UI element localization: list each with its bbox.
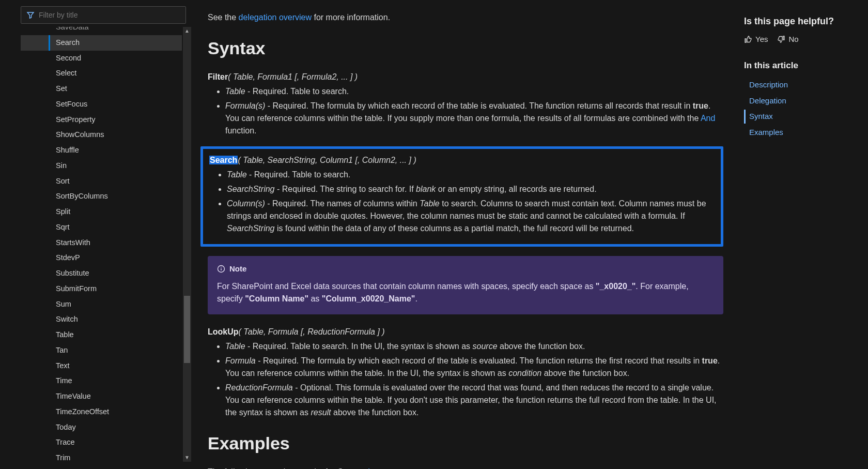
delegation-overview-link[interactable]: delegation overview — [239, 13, 312, 22]
lookup-signature: LookUp( Table, Formula [, ReductionFormu… — [208, 326, 723, 338]
nav-wrap: SaveDataSearchSecondSelectSetSetFocusSet… — [21, 27, 191, 462]
helpful-no[interactable]: No — [777, 34, 798, 46]
toc-item-delegation[interactable]: Delegation — [744, 93, 858, 109]
lookup-param-reduction: ReductionFormula - Optional. This formul… — [225, 382, 723, 419]
filter-box[interactable] — [21, 6, 186, 24]
search-highlight-box: Search( Table, SearchString, Column1 [, … — [200, 146, 723, 247]
param-desc: above the function box. — [498, 342, 585, 351]
sidebar-item-today[interactable]: Today — [21, 420, 182, 435]
sidebar-item-timevalue[interactable]: TimeValue — [21, 389, 182, 404]
note-code: "Column_x0020_Name" — [322, 294, 415, 303]
helpful-question: Is this page helpful? — [744, 14, 858, 28]
param-desc: - Required. The formula by which each re… — [265, 101, 692, 110]
sidebar-item-submitform[interactable]: SubmitForm — [21, 281, 182, 297]
right-sidebar: Is this page helpful? Yes No In this art… — [739, 0, 868, 469]
sidebar-item-timezoneoffset[interactable]: TimeZoneOffset — [21, 404, 182, 420]
sidebar-item-sqrt[interactable]: Sqrt — [21, 220, 182, 235]
param-desc: - Optional. This formula is evaluated ov… — [225, 383, 717, 417]
table-word: Table — [420, 199, 440, 208]
toc-item-syntax[interactable]: Syntax — [744, 109, 858, 125]
sidebar-item-sortbycolumns[interactable]: SortByColumns — [21, 189, 182, 204]
param-desc: - Required. The names of columns within — [265, 199, 420, 208]
lookup-param-table: Table - Required. Table to search. In th… — [225, 340, 723, 353]
scroll-down-icon[interactable]: ▼ — [183, 453, 191, 462]
sidebar-item-select[interactable]: Select — [21, 66, 182, 81]
param-desc: above the function box. — [541, 369, 629, 377]
note-body: For SharePoint and Excel data sources th… — [217, 280, 714, 305]
toc-item-description[interactable]: Description — [744, 77, 858, 93]
param-desc: or an empty string, all records are retu… — [436, 185, 596, 193]
filter-params: Table - Required. Table to search. Formu… — [208, 85, 723, 137]
filter-input[interactable] — [35, 10, 180, 20]
note-code: "Column Name" — [245, 294, 308, 303]
sidebar-item-switch[interactable]: Switch — [21, 312, 182, 327]
bold-true: true — [702, 356, 718, 365]
note-text: . — [415, 294, 417, 303]
nav-scroll: SaveDataSearchSecondSelectSetSetFocusSet… — [21, 27, 182, 462]
param-name: Table — [227, 170, 247, 179]
note-box: Note For SharePoint and Excel data sourc… — [208, 256, 723, 314]
toc-heading: In this article — [744, 59, 858, 72]
icecream-bold: IceCream — [326, 467, 363, 470]
sidebar-scrollbar[interactable]: ▲ ▼ — [183, 27, 191, 462]
param-desc: - Required. The formula by which each re… — [256, 356, 702, 365]
param-desc: - Required. Table to search. In the UI, … — [245, 342, 473, 351]
blank-word: blank — [416, 185, 436, 193]
param-desc: above the function box. — [331, 408, 419, 417]
search-params: Table - Required. Table to search. Searc… — [209, 169, 715, 235]
scroll-up-icon[interactable]: ▲ — [183, 27, 191, 35]
filter-fn-name: Filter — [208, 72, 228, 81]
no-label: No — [788, 34, 798, 46]
sidebar-item-second[interactable]: Second — [21, 51, 182, 66]
data-source-link[interactable]: data source — [363, 467, 409, 470]
param-name: SearchString — [227, 185, 275, 193]
sidebar-item-setfocus[interactable]: SetFocus — [21, 97, 182, 112]
param-name: Table — [225, 342, 245, 351]
sidebar-item-search[interactable]: Search — [21, 35, 182, 51]
param-name: Formula(s) — [225, 101, 265, 110]
toc-item-examples[interactable]: Examples — [744, 125, 858, 141]
condition-word: condition — [508, 369, 541, 377]
sidebar-item-trim[interactable]: Trim — [21, 450, 182, 462]
lookup-params: Table - Required. Table to search. In th… — [208, 340, 723, 419]
search-sig-rest: ( Table, SearchString, Column1 [, Column… — [238, 156, 416, 164]
sidebar-item-time[interactable]: Time — [21, 373, 182, 389]
thumbs-down-icon — [777, 35, 785, 43]
yes-label: Yes — [755, 34, 768, 46]
filter-param-table: Table - Required. Table to search. — [225, 85, 723, 98]
sidebar-item-substitute[interactable]: Substitute — [21, 266, 182, 281]
sidebar-item-sort[interactable]: Sort — [21, 174, 182, 189]
sidebar-item-sin[interactable]: Sin — [21, 158, 182, 174]
sidebar-item-shuffle[interactable]: Shuffle — [21, 143, 182, 158]
intro-line: See the delegation overview for more inf… — [208, 11, 723, 24]
thumbs-up-icon — [744, 35, 752, 43]
sidebar-item-split[interactable]: Split — [21, 204, 182, 220]
sidebar-item-setproperty[interactable]: SetProperty — [21, 112, 182, 128]
filter-sig-rest: ( Table, Formula1 [, Formula2, ... ] ) — [228, 72, 358, 81]
sidebar-item-stdevp[interactable]: StdevP — [21, 250, 182, 266]
source-word: source — [473, 342, 498, 351]
sidebar-item-trace[interactable]: Trace — [21, 435, 182, 450]
sidebar-item-tan[interactable]: Tan — [21, 343, 182, 358]
sidebar-item-set[interactable]: Set — [21, 81, 182, 97]
helpful-yes[interactable]: Yes — [744, 34, 768, 46]
filter-icon — [26, 11, 35, 19]
toc-list: DescriptionDelegationSyntaxExamples — [744, 77, 858, 140]
search-param-searchstring: SearchString - Required. The string to s… — [227, 183, 715, 195]
filter-param-formula: Formula(s) - Required. The formula by wh… — [225, 100, 723, 137]
sidebar-item-startswith[interactable]: StartsWith — [21, 235, 182, 251]
scrollbar-thumb[interactable] — [184, 296, 190, 363]
sidebar-item-savedata[interactable]: SaveData — [21, 27, 182, 35]
and-function-link[interactable]: And — [701, 114, 715, 123]
sidebar-item-table[interactable]: Table — [21, 327, 182, 343]
sidebar-item-sum[interactable]: Sum — [21, 297, 182, 312]
sidebar-item-text[interactable]: Text — [21, 358, 182, 374]
search-signature: Search( Table, SearchString, Column1 [, … — [209, 154, 715, 167]
examples-text: : — [409, 467, 411, 470]
searchstring-word: SearchString — [227, 224, 275, 233]
note-code: "_x0020_" — [596, 282, 636, 291]
lookup-sig-rest: ( Table, Formula [, ReductionFormula ] ) — [239, 327, 385, 336]
intro-suffix: for more information. — [312, 13, 390, 22]
search-param-table: Table - Required. Table to search. — [227, 169, 715, 181]
sidebar-item-showcolumns[interactable]: ShowColumns — [21, 127, 182, 143]
